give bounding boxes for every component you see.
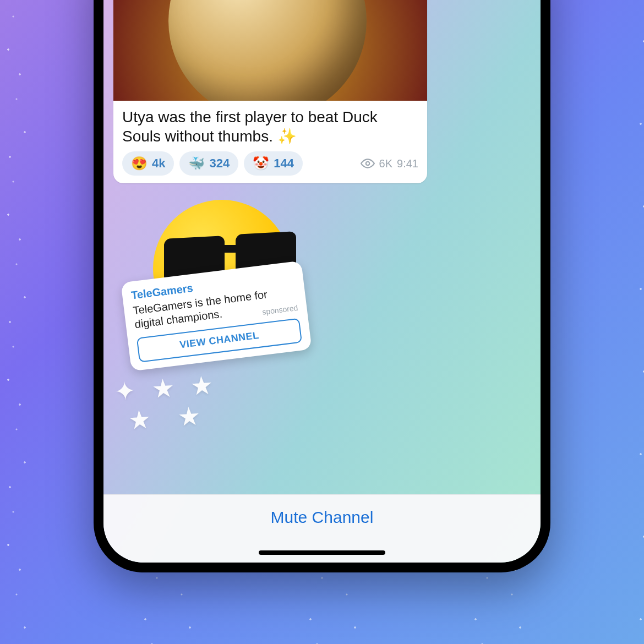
reaction-count: 4k (152, 156, 165, 171)
reaction-clown[interactable]: 🤡 144 (244, 151, 303, 176)
phone-screen: Utya was the first player to beat Duck S… (103, 0, 541, 563)
home-indicator[interactable] (259, 550, 385, 555)
bottom-bar: Mute Channel (103, 494, 541, 563)
reaction-bar: 😍 4k 🐳 324 🤡 144 (113, 151, 427, 183)
media-duck-graphic (168, 0, 367, 101)
view-count: 6K (379, 157, 392, 170)
sponsored-block: TeleGamers TeleGamers is the home for di… (125, 194, 346, 392)
eye-icon (361, 156, 375, 171)
post-text: Utya was the first player to beat Duck S… (113, 101, 427, 151)
post-meta: 6K 9:41 (361, 156, 418, 171)
reaction-count: 144 (274, 156, 294, 171)
reaction-whale[interactable]: 🐳 324 (179, 151, 238, 176)
phone-frame: Utya was the first player to beat Duck S… (94, 0, 550, 572)
mute-channel-button[interactable]: Mute Channel (271, 508, 374, 527)
message-list[interactable]: Utya was the first player to beat Duck S… (103, 0, 541, 494)
reaction-count: 324 (209, 156, 230, 171)
whale-emoji-icon: 🐳 (188, 156, 205, 171)
clown-emoji-icon: 🤡 (253, 156, 269, 171)
chat-content: Utya was the first player to beat Duck S… (103, 0, 541, 563)
svg-point-2 (365, 162, 369, 166)
post-time: 9:41 (397, 157, 418, 170)
post-media[interactable] (113, 0, 427, 101)
heart-eyes-emoji-icon: 😍 (131, 156, 148, 171)
channel-post[interactable]: Utya was the first player to beat Duck S… (113, 0, 427, 183)
reaction-heart-eyes[interactable]: 😍 4k (122, 151, 174, 176)
